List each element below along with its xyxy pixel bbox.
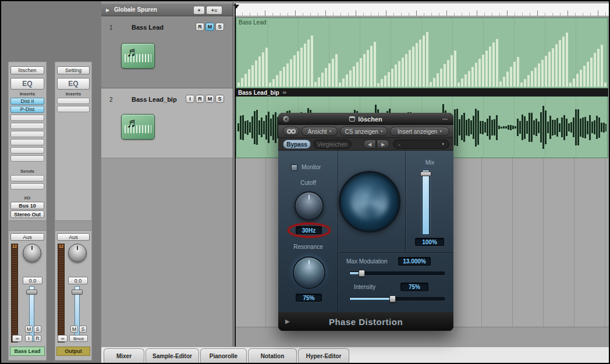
logic-main-window: löschen EQ Inserts Dist II P-Dist Sends … xyxy=(0,0,610,364)
stereo-format-icon[interactable]: ∞ xyxy=(58,335,68,342)
tab-sample-editor[interactable]: Sample-Editor xyxy=(146,348,199,363)
solo-button[interactable]: S xyxy=(215,23,224,31)
empty-insert-slot[interactable] xyxy=(57,98,90,104)
inserts-label: Inserts xyxy=(55,91,91,97)
empty-insert-slot[interactable] xyxy=(10,175,44,181)
disclosure-triangle-icon[interactable]: ▶ xyxy=(106,8,109,13)
maxmod-slider-handle[interactable] xyxy=(359,270,365,277)
tab-mixer[interactable]: Mixer xyxy=(104,348,144,363)
track-number: 1 xyxy=(109,24,113,31)
empty-insert-slot[interactable] xyxy=(10,131,44,137)
volume-value[interactable]: 0.0 xyxy=(23,277,42,284)
fader-handle[interactable] xyxy=(26,290,37,295)
minimize-dash-icon[interactable] xyxy=(442,119,448,120)
tab-notation[interactable]: Notation xyxy=(248,348,297,363)
compare-button[interactable]: Vergleichen xyxy=(313,140,352,149)
maxmod-value[interactable]: 13.000% xyxy=(398,257,431,266)
close-button[interactable]: × xyxy=(282,115,290,123)
region-header-bass-lead-bip[interactable]: Bass Lead_bip ∞ xyxy=(236,88,608,97)
plugin-window-titlebar[interactable]: × löschen xyxy=(278,113,453,125)
pan-knob[interactable] xyxy=(23,244,41,262)
tab-pianorolle[interactable]: Pianorolle xyxy=(200,348,247,363)
eq-display[interactable]: EQ xyxy=(57,78,90,90)
track-header-2[interactable]: 2 Bass Lead_bip I R M S ♬ xyxy=(101,88,233,158)
intensity-slider-handle[interactable] xyxy=(389,295,396,302)
maxmod-slider[interactable] xyxy=(349,270,445,277)
insert-slot-pdist[interactable]: P-Dist xyxy=(10,106,44,113)
bar-ruler[interactable] xyxy=(235,3,609,16)
region-bass-lead[interactable]: Bass Lead xyxy=(236,17,608,88)
input-monitor-button[interactable]: I xyxy=(186,95,194,103)
phase-swirl-graphic xyxy=(351,183,388,220)
track-header-1[interactable]: 1 Bass Lead R M S ♬ xyxy=(101,16,233,88)
preset-menu[interactable]: - ▾ xyxy=(393,140,449,149)
mix-value[interactable]: 100% xyxy=(415,238,444,246)
stereo-format-icon[interactable]: ∞ xyxy=(12,335,22,342)
slider-fill xyxy=(350,298,392,300)
record-enable-button[interactable]: R xyxy=(34,335,41,342)
playhead-marker[interactable] xyxy=(233,5,239,9)
empty-insert-slot[interactable] xyxy=(57,106,90,112)
resonance-value[interactable]: 75% xyxy=(296,294,322,302)
resonance-knob[interactable] xyxy=(293,256,325,289)
empty-insert-slot[interactable] xyxy=(10,123,44,129)
add-multiple-tracks-button[interactable]: +≡ xyxy=(206,6,222,15)
automation-mode-button[interactable]: Aus xyxy=(10,233,44,241)
solo-button[interactable]: S xyxy=(34,326,41,333)
intensity-slider[interactable] xyxy=(349,295,445,302)
track-name[interactable]: Bass Lead xyxy=(132,24,164,31)
global-tracks-label[interactable]: Globale Spuren xyxy=(114,6,157,13)
empty-insert-slot[interactable] xyxy=(10,139,44,145)
solo-button[interactable]: S xyxy=(215,95,224,103)
track-icon[interactable]: ♬ xyxy=(121,43,155,69)
channel-setting-button[interactable]: Setting xyxy=(57,66,90,74)
intensity-value[interactable]: 75% xyxy=(400,283,428,291)
empty-insert-slot[interactable] xyxy=(10,115,44,121)
bounce-button[interactable]: Bnce xyxy=(69,335,88,342)
automation-mode-button[interactable]: Aus xyxy=(57,233,90,241)
mix-slider-handle[interactable] xyxy=(420,172,431,176)
tab-hyper-editor[interactable]: Hyper-Editor xyxy=(298,348,349,363)
bypass-button[interactable]: Bypass xyxy=(283,140,311,149)
group-slot[interactable] xyxy=(9,220,46,231)
channel-name-label[interactable]: Bass Lead xyxy=(10,347,45,356)
channel-setting-button[interactable]: löschen xyxy=(10,66,44,74)
output-slot[interactable]: Stereo Out xyxy=(10,210,44,218)
group-slot[interactable] xyxy=(55,220,91,231)
section-divider xyxy=(339,252,453,253)
menu-insert-anzeigen[interactable]: Insert anzeigen ▾ xyxy=(390,127,449,136)
track-icon[interactable]: ♬ xyxy=(121,114,155,140)
playhead[interactable] xyxy=(235,3,236,348)
menu-cs-anzeigen[interactable]: CS anzeigen ▾ xyxy=(340,127,388,136)
record-button[interactable]: R xyxy=(196,23,204,31)
input-monitor-button[interactable]: I xyxy=(25,335,33,342)
pan-knob[interactable] xyxy=(68,244,87,262)
volume-value[interactable]: 0.0 xyxy=(68,277,88,284)
link-button[interactable] xyxy=(283,127,299,136)
input-slot[interactable]: Bus 10 xyxy=(10,202,44,209)
mute-button[interactable]: M xyxy=(70,326,78,333)
empty-insert-slot[interactable] xyxy=(10,183,44,190)
mute-button[interactable]: M xyxy=(25,326,33,333)
fader-handle[interactable] xyxy=(72,290,83,295)
record-button[interactable]: R xyxy=(196,95,204,103)
insert-slot-dist2[interactable]: Dist II xyxy=(10,98,44,105)
stereo-icon: ∞ xyxy=(283,90,286,95)
mix-slider[interactable] xyxy=(422,170,430,235)
mute-button[interactable]: M xyxy=(205,23,214,31)
cutoff-knob[interactable] xyxy=(295,191,324,220)
prev-preset-button[interactable]: ◀ xyxy=(363,140,376,149)
next-preset-button[interactable]: ▶ xyxy=(377,140,389,149)
solo-button[interactable]: S xyxy=(79,326,87,333)
add-track-button[interactable]: + xyxy=(193,6,205,15)
menu-ansicht[interactable]: Ansicht ▾ xyxy=(302,127,338,136)
monitor-checkbox[interactable] xyxy=(291,165,297,171)
eq-display[interactable]: EQ xyxy=(10,78,44,90)
track-name[interactable]: Bass Lead_bip xyxy=(132,96,177,103)
empty-insert-slot[interactable] xyxy=(10,147,44,154)
mute-button[interactable]: M xyxy=(205,95,214,103)
resonance-label: Resonance xyxy=(278,244,338,250)
channel-name-label[interactable]: Output xyxy=(56,347,90,356)
disclosure-triangle-icon[interactable]: ▶ xyxy=(285,318,290,324)
empty-insert-slot[interactable] xyxy=(10,155,44,162)
